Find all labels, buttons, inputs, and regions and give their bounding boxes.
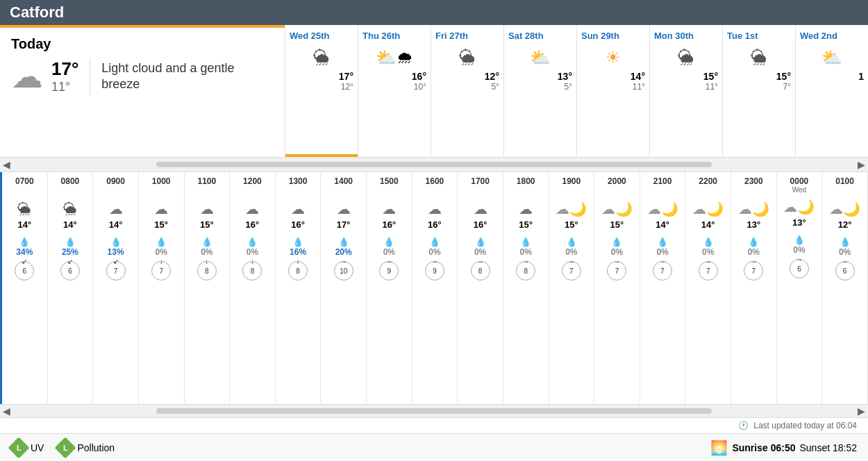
wind-circle: 8 → [516,261,535,280]
hourly-temp: 16° [474,219,487,230]
wind-arrow: ↙ [22,258,27,265]
wind-arrow: ↙ [113,258,119,265]
forecast-day[interactable]: Fri 27th 🌦 12° 5° [431,25,503,157]
hour-label: 0100 [835,174,854,186]
wind-speed: 8 [251,267,255,275]
forecast-day[interactable]: Tue 1st 🌦 15° 7° [722,25,795,157]
rain-section: 💧 0% [565,237,577,257]
hourly-temp: 13° [792,217,806,228]
scroll-left-arrow[interactable]: ◀ [3,159,10,170]
hour-label: 1000 [152,174,171,186]
bottom-scroll-left[interactable]: ◀ [3,405,10,417]
hour-label: 1500 [380,174,399,186]
today-temps: 17° 11° [51,58,90,94]
sunrise-icon: 🌅 [710,439,728,456]
wind-speed: 6 [68,267,72,275]
hour-label: 2100 [653,174,672,186]
hour-label: 1700 [471,174,490,186]
hourly-weather-icon: ☁🌙 [601,200,633,218]
rain-section: 💧 0% [520,237,532,257]
rain-percent: 0% [839,247,851,257]
hour-label: 2200 [699,174,717,186]
hourly-weather-icon: ☁🌙 [556,200,587,218]
wind-speed: 7 [569,267,574,275]
wind-circle: 9 → [379,261,399,280]
top-scroll-bar[interactable]: ◀ ▶ [0,157,868,172]
hourly-weather-icon: ☁🌙 [783,198,815,216]
wind-speed: 8 [205,267,209,275]
scroll-right-arrow[interactable]: ▶ [858,159,865,170]
wind-speed: 8 [524,267,528,275]
wind-speed: 9 [433,267,437,275]
location-bar: Catford [0,0,868,25]
hourly-section: 0700 🌦 14° 💧 34% 6 ↙ 0800 🌦 14° 💧 25% 6 … [0,172,868,404]
scroll-bar-track[interactable] [156,162,712,167]
wind-circle: 6 ↙ [15,261,34,280]
wind-circle: 9 → [425,261,444,280]
wind-circle: 6 → [790,259,809,278]
hour-column: 2300 ☁🌙 13° 💧 0% 7 → [731,172,777,404]
hourly-weather-icon: ☁🌙 [692,200,724,218]
hour-column: 2000 ☁🌙 15° 💧 0% 7 → [594,172,640,404]
hourly-weather-icon: ☁ [291,200,305,218]
wind-circle: 8 ↓ [242,261,262,280]
forecast-day[interactable]: Wed 2nd ⛅ 1 [795,25,868,157]
forecast-day[interactable]: Mon 30th 🌦 15° 11° [649,25,722,157]
hourly-temp: 16° [291,219,305,230]
wind-speed: 7 [660,267,665,275]
forecast-day-name: Wed 25th [290,31,330,41]
wind-circle: 8 → [471,261,490,280]
rain-section: 💧 20% [335,237,352,257]
wind-arrow: → [477,258,484,265]
wind-arrow: → [705,258,712,265]
location-name: Catford [10,3,64,22]
forecast-weather-icon: ⛅🌧 [376,47,413,68]
uv-badge-item: L UV [11,440,44,455]
wind-circle: 7 → [699,261,718,280]
hourly-temp: 12° [838,219,852,230]
rain-section: 💧 0% [247,237,258,257]
pollution-badge-item: L Pollution [58,440,115,455]
hourly-weather-icon: ☁ [519,200,533,218]
hourly-temp: 16° [246,219,260,230]
wind-arrow: → [750,258,757,265]
wind-arrow: ↓ [205,258,208,265]
forecast-day[interactable]: Sun 29th ☀ 14° 11° [576,25,649,157]
rain-percent: 0% [520,247,532,257]
hourly-temp: 15° [200,219,214,230]
forecast-temps: 1 [858,71,864,82]
rain-percent: 0% [611,247,623,257]
rain-percent: 0% [702,247,714,257]
forecast-day-name: Sat 28th [508,31,544,41]
wind-arrow: ↓ [297,258,300,265]
wind-arrow: → [568,258,575,265]
bottom-scroll-bar[interactable]: ◀ ▶ [0,404,868,418]
forecast-day[interactable]: Wed 25th 🌦 17° 12° [285,25,358,157]
bottom-scroll-right[interactable]: ▶ [858,405,865,417]
rain-percent: 0% [793,245,805,255]
wind-speed: 6 [797,265,801,273]
wind-speed: 8 [478,267,483,275]
rain-section: 💧 0% [748,237,760,257]
hourly-temp: 16° [382,219,396,230]
hourly-weather-icon: ☁ [245,200,259,218]
forecast-low: 12° [341,82,353,92]
hourly-temp: 14° [63,219,77,230]
forecast-temps: 15° 11° [703,71,718,92]
forecast-weather-icon: 🌦 [313,47,330,68]
hourly-grid: 0700 🌦 14° 💧 34% 6 ↙ 0800 🌦 14° 💧 25% 6 … [0,172,868,404]
hourly-weather-icon: ☁🌙 [829,200,860,218]
hourly-weather-icon: ☁ [428,200,442,218]
wind-arrow: → [842,258,849,265]
wind-arrow: → [431,258,438,265]
hourly-weather-icon: 🌦 [17,200,31,218]
bottom-scroll-track[interactable] [156,408,712,414]
forecast-low: 7° [783,82,791,92]
forecast-day[interactable]: Thu 26th ⛅🌧 16° 10° [358,25,431,157]
forecast-day[interactable]: Sat 28th ⛅ 13° 5° [503,25,576,157]
forecast-day-name: Thu 26th [362,31,400,41]
rain-section: 💧 16% [290,237,306,257]
wind-arrow: → [385,258,392,265]
hourly-temp: 14° [656,219,669,230]
rain-percent: 0% [156,247,167,257]
